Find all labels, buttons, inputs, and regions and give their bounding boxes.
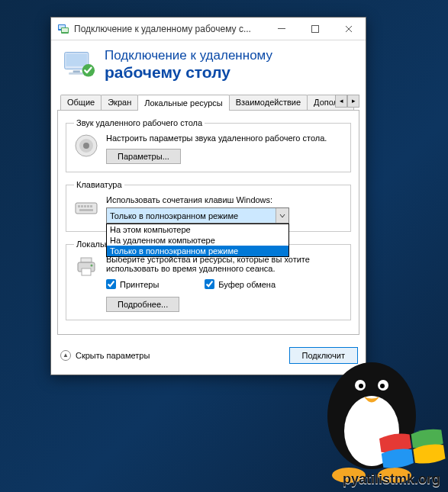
hide-options-label: Скрыть параметры	[76, 351, 150, 360]
close-button[interactable]	[332, 18, 366, 40]
svg-rect-19	[90, 205, 92, 207]
chevron-down-icon	[276, 208, 288, 223]
svg-rect-4	[278, 28, 285, 29]
clipboard-checkbox-input[interactable]	[205, 279, 214, 289]
group-keyboard: Клавиатура Использовать сочетания клавиш…	[66, 180, 351, 232]
printers-checkbox-input[interactable]	[106, 279, 116, 289]
svg-rect-18	[87, 205, 89, 207]
audio-settings-button[interactable]: Параметры...	[106, 149, 181, 164]
printers-checkbox[interactable]: Принтеры	[106, 279, 159, 289]
banner-text: Подключение к удаленному рабочему столу	[105, 48, 272, 82]
svg-point-30	[380, 384, 385, 388]
keyboard-dropdown: На этом компьютере На удаленном компьюте…	[106, 223, 289, 257]
maximize-button[interactable]	[298, 18, 332, 40]
svg-rect-8	[73, 70, 80, 72]
collapse-icon: ▲	[60, 350, 71, 361]
tabpage-local-resources: Звук удаленного рабочего стола Настроить…	[57, 111, 359, 335]
tab-scroll: ◂ ▸	[335, 95, 359, 108]
printer-icon	[74, 255, 98, 279]
tab-local-resources[interactable]: Локальные ресурсы	[137, 95, 229, 111]
speaker-icon	[74, 133, 98, 158]
group-keyboard-legend: Клавиатура	[74, 180, 124, 189]
dialog-footer: ▲ Скрыть параметры Подключит	[51, 341, 366, 375]
svg-point-25	[327, 362, 416, 469]
svg-rect-16	[81, 205, 83, 207]
svg-rect-9	[69, 72, 84, 75]
tabstrip: Общие Экран Локальные ресурсы Взаимодейс…	[57, 92, 359, 111]
keyboard-option-remote[interactable]: На удаленном компьютере	[107, 235, 288, 246]
keyboard-combo[interactable]: Только в полноэкранном режиме На этом ко…	[106, 207, 289, 223]
tab-scroll-right[interactable]: ▸	[347, 95, 359, 108]
remote-audio-desc: Настроить параметры звука удаленного раб…	[106, 133, 343, 143]
rdp-banner-icon	[62, 48, 95, 82]
svg-rect-21	[81, 258, 92, 262]
banner: Подключение к удаленному рабочему столу	[51, 40, 366, 92]
svg-point-27	[355, 380, 366, 391]
minimize-button[interactable]	[265, 18, 298, 40]
clipboard-checkbox[interactable]: Буфер обмена	[205, 279, 276, 289]
keyboard-option-fullscreen[interactable]: Только в полноэкранном режиме	[107, 246, 288, 256]
svg-point-26	[344, 396, 399, 466]
group-remote-audio-legend: Звук удаленного рабочего стола	[74, 118, 205, 127]
svg-rect-17	[84, 205, 86, 207]
svg-rect-23	[82, 269, 91, 275]
rdp-app-icon	[57, 23, 69, 35]
local-devices-desc: Выберите устройства и ресурсы, которые в…	[106, 255, 343, 273]
window-title: Подключение к удаленному рабочему с...	[74, 24, 265, 34]
more-devices-button[interactable]: Подробнее...	[106, 297, 179, 312]
tab-general[interactable]: Общие	[60, 95, 102, 110]
rdp-dialog: Подключение к удаленному рабочему с... П…	[50, 17, 366, 375]
svg-rect-14	[76, 203, 97, 214]
banner-line2: рабочему столу	[105, 63, 272, 82]
clipboard-label: Буфер обмена	[218, 280, 276, 289]
watermark-text: pyatilistmk.org	[343, 471, 440, 487]
banner-line1: Подключение к удаленному	[105, 48, 272, 63]
keyboard-desc: Использовать сочетания клавиш Windows:	[106, 195, 343, 204]
svg-rect-3	[62, 28, 68, 32]
tab-display[interactable]: Экран	[101, 95, 138, 110]
svg-point-28	[378, 380, 388, 391]
printers-label: Принтеры	[120, 280, 159, 289]
tab-scroll-left[interactable]: ◂	[335, 95, 347, 108]
titlebar: Подключение к удаленному рабочему с...	[51, 18, 366, 40]
group-remote-audio: Звук удаленного рабочего стола Настроить…	[66, 118, 351, 172]
svg-rect-5	[312, 25, 319, 32]
hide-options-link[interactable]: ▲ Скрыть параметры	[60, 350, 150, 361]
tab-experience[interactable]: Взаимодействие	[229, 95, 308, 110]
svg-point-13	[83, 143, 89, 149]
keyboard-combo-value: Только в полноэкранном режиме	[107, 208, 276, 223]
keyboard-option-local[interactable]: На этом компьютере	[107, 224, 288, 235]
svg-rect-15	[78, 205, 80, 207]
connect-button[interactable]: Подключит	[289, 347, 358, 364]
svg-rect-20	[79, 209, 93, 211]
svg-rect-7	[66, 53, 88, 66]
svg-point-29	[359, 384, 363, 388]
svg-point-24	[91, 265, 93, 267]
keyboard-icon	[74, 195, 98, 220]
